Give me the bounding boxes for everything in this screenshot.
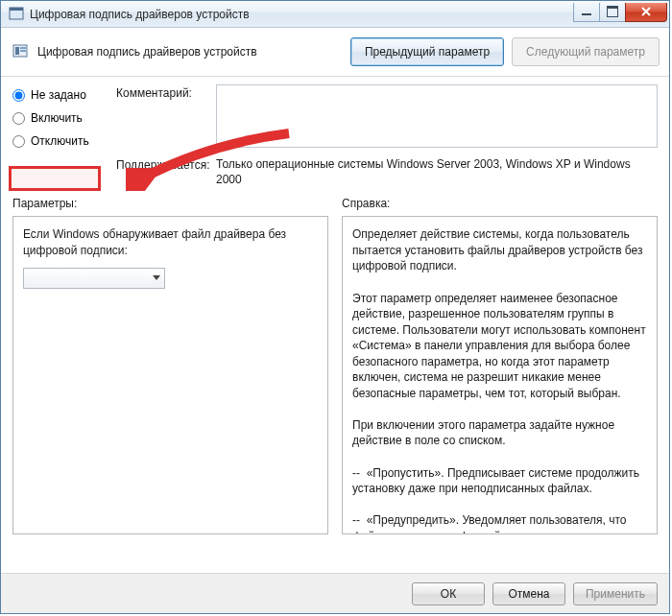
- titlebar[interactable]: Цифровая подпись драйверов устройств: [1, 1, 669, 28]
- cancel-button[interactable]: Отмена: [492, 582, 565, 605]
- dialog-window: Цифровая подпись драйверов устройств Циф…: [0, 0, 670, 614]
- previous-setting-button[interactable]: Предыдущий параметр: [350, 37, 504, 66]
- apply-button[interactable]: Применить: [573, 582, 658, 605]
- fields: Комментарий: Поддерживается: Только опер…: [116, 84, 658, 187]
- comment-textarea[interactable]: [216, 84, 658, 148]
- radio-not-configured[interactable]: Не задано: [12, 88, 116, 102]
- next-setting-button: Следующий параметр: [512, 37, 660, 66]
- comment-label: Комментарий:: [116, 84, 216, 151]
- header-title: Цифровая подпись драйверов устройств: [37, 45, 343, 59]
- window-title: Цифровая подпись драйверов устройств: [30, 8, 574, 21]
- action-combobox[interactable]: [23, 268, 165, 289]
- maximize-button[interactable]: [599, 3, 626, 22]
- params-panel: Если Windows обнаруживает файл драйвера …: [12, 216, 328, 534]
- svg-rect-3: [15, 47, 19, 55]
- params-label: Параметры:: [12, 197, 328, 210]
- radio-not-configured-label: Не задано: [31, 88, 86, 102]
- svg-rect-5: [20, 50, 26, 52]
- app-icon: [9, 7, 24, 22]
- supported-text: Только операционные системы Windows Serv…: [216, 156, 658, 187]
- svg-rect-1: [10, 8, 23, 11]
- radio-disabled[interactable]: Отключить: [12, 134, 116, 148]
- state-radios: Не задано Включить Отключить: [12, 84, 116, 187]
- supported-label: Поддерживается:: [116, 156, 216, 187]
- radio-disabled-label: Отключить: [31, 134, 89, 148]
- window-controls: [574, 3, 667, 22]
- upper-section: Не задано Включить Отключить Комментарий…: [1, 77, 669, 197]
- help-label: Справка:: [342, 197, 658, 210]
- svg-rect-4: [20, 47, 26, 49]
- lower-section: Параметры: Если Windows обнаруживает фай…: [1, 197, 669, 534]
- ok-button[interactable]: ОК: [412, 582, 485, 605]
- footer: ОК Отмена Применить: [1, 573, 669, 613]
- close-button[interactable]: [625, 3, 667, 22]
- radio-enabled[interactable]: Включить: [12, 111, 116, 125]
- params-text: Если Windows обнаруживает файл драйвера …: [23, 226, 318, 257]
- help-panel: Определяет действие системы, когда польз…: [342, 216, 658, 534]
- radio-not-configured-input[interactable]: [12, 89, 25, 102]
- header-row: Цифровая подпись драйверов устройств Пре…: [1, 28, 669, 77]
- help-text: Определяет действие системы, когда польз…: [352, 226, 647, 534]
- radio-enabled-label: Включить: [31, 111, 83, 125]
- radio-disabled-input[interactable]: [12, 135, 25, 148]
- minimize-button[interactable]: [573, 3, 600, 22]
- policy-icon: [12, 43, 30, 60]
- radio-enabled-input[interactable]: [12, 112, 25, 125]
